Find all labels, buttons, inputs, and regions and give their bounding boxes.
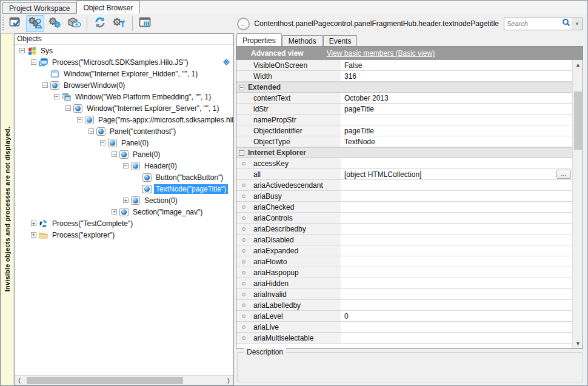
tree-item[interactable]: +Section("image_nav"): [15, 206, 233, 218]
property-row[interactable]: ariaActivedescendant: [236, 180, 572, 191]
left-panel: Invisible objects and processes are not …: [1, 14, 234, 385]
scrollbar-track[interactable]: [24, 376, 224, 385]
property-row[interactable]: ariaBusy: [236, 191, 572, 202]
property-row[interactable]: contentTextOctober 2013: [236, 93, 572, 104]
property-row[interactable]: idStrpageTitle: [236, 104, 572, 115]
tree-item[interactable]: TextNode("pageTitle"): [15, 183, 233, 195]
tree-item[interactable]: −BrowserWindow(0): [15, 79, 233, 91]
tree-item[interactable]: −Header(0): [15, 160, 233, 171]
search-box: ▼: [504, 18, 583, 30]
tab-events[interactable]: Events: [323, 35, 358, 46]
property-bullet-icon: [242, 325, 246, 329]
tree-item[interactable]: +Section(0): [15, 195, 233, 206]
tree-item[interactable]: −Panel(0): [15, 148, 233, 160]
collapse-icon[interactable]: −: [239, 150, 244, 156]
property-row[interactable]: ariaChecked: [236, 202, 572, 213]
window-check-button[interactable]: [7, 15, 25, 32]
collapse-icon[interactable]: −: [65, 105, 71, 111]
tree-item-label: Section("image_nav"): [131, 207, 204, 217]
collapse-icon[interactable]: −: [54, 94, 59, 99]
property-row[interactable]: ariaLabelledby: [236, 300, 572, 311]
tree-item[interactable]: −Window("Internet Explorer_Server", "", …: [15, 102, 233, 114]
filter-gear-button[interactable]: [110, 15, 129, 32]
tree-item[interactable]: Window("Internet Explorer_Hidden", "", 1…: [15, 68, 233, 79]
property-row[interactable]: ariaDescribedby: [236, 224, 572, 235]
property-row[interactable]: VisibleOnScreenFalse: [236, 60, 572, 71]
tree-item[interactable]: +Process("TestComplete"): [15, 218, 233, 229]
tree-item[interactable]: −Sys: [15, 45, 233, 56]
expand-icon[interactable]: +: [112, 209, 117, 215]
tree-item[interactable]: +Process("explorer"): [15, 229, 233, 241]
collapse-icon[interactable]: −: [239, 85, 244, 90]
property-row[interactable]: ariaLevel0: [236, 311, 572, 322]
back-arrow-icon: ←: [239, 19, 247, 28]
grid-vertical-scrollbar[interactable]: ▲ ▼: [572, 60, 583, 348]
property-bullet-icon: [242, 184, 246, 187]
property-row[interactable]: ariaControls: [236, 213, 572, 224]
ellipsis-button[interactable]: …: [556, 170, 571, 179]
property-row[interactable]: ariaLive: [236, 322, 572, 333]
search-options-dropdown[interactable]: ▼: [572, 18, 582, 30]
collapse-icon[interactable]: −: [42, 82, 48, 88]
refresh-button[interactable]: [91, 15, 109, 32]
property-group-row[interactable]: −Internet Explorer: [236, 147, 572, 158]
expand-icon[interactable]: +: [31, 221, 36, 226]
collapse-icon[interactable]: −: [123, 163, 129, 168]
scroll-up-icon[interactable]: ▲: [573, 60, 583, 70]
tree-item[interactable]: −Window("Web Platform Embedding", "", 1): [15, 91, 233, 102]
tree-item[interactable]: −Page("ms-appx://microsoft.sdksamples.hi…: [15, 114, 233, 125]
property-row[interactable]: ariaDisabled: [236, 235, 572, 245]
tree-horizontal-scrollbar[interactable]: 〈 〉: [15, 375, 233, 385]
scroll-right-icon[interactable]: 〉: [224, 376, 233, 385]
object-tree-panel: Objects −Sys−Process("Microsoft.SDKSampl…: [14, 33, 234, 385]
basic-view-link[interactable]: View basic members (Basic view): [327, 49, 435, 58]
collapse-icon[interactable]: −: [100, 140, 105, 145]
scrollbar-thumb[interactable]: [574, 92, 582, 150]
property-row[interactable]: ariaExpanded: [236, 245, 572, 256]
object-spy-button[interactable]: [26, 15, 44, 32]
property-row[interactable]: ariaFlowto: [236, 256, 572, 267]
tab-project-workspace[interactable]: Project Workspace: [2, 2, 76, 14]
collapse-icon[interactable]: −: [89, 128, 94, 134]
property-row[interactable]: ObjectTypeTextNode: [236, 136, 572, 147]
object-view-button[interactable]: [65, 15, 83, 32]
tree-item[interactable]: −Process("Microsoft.SDKSamples.Hilo.JS"): [15, 56, 233, 68]
notice-strip: Invisible objects and processes are not …: [1, 33, 13, 385]
property-row[interactable]: ariaMultiselectable: [236, 333, 572, 344]
property-bullet-icon: [242, 195, 246, 198]
expand-icon[interactable]: +: [123, 198, 129, 203]
toolbar-grip-handle[interactable]: [2, 17, 4, 30]
tree-item[interactable]: Button("backButton"): [15, 171, 233, 183]
gears-button[interactable]: [45, 15, 64, 32]
property-row[interactable]: ariaHidden: [236, 278, 572, 289]
tree-item[interactable]: −Panel("contenthost"): [15, 125, 233, 137]
property-name: ariaHaspopup: [236, 268, 299, 277]
property-group-row[interactable]: −Extended: [236, 82, 572, 93]
tab-object-browser[interactable]: Object Browser: [76, 1, 139, 14]
collapse-icon[interactable]: −: [19, 48, 25, 53]
property-row[interactable]: ariaHaspopup: [236, 267, 572, 278]
scroll-left-icon[interactable]: 〈: [15, 376, 24, 385]
property-row[interactable]: ObjectIdentifierpageTitle: [236, 125, 572, 136]
collapse-icon[interactable]: −: [77, 117, 82, 122]
search-icon[interactable]: [562, 18, 572, 29]
expand-icon[interactable]: +: [31, 232, 36, 238]
tree-item[interactable]: −Panel(0): [15, 137, 233, 148]
properties-box: Advanced view View basic members (Basic …: [236, 46, 583, 349]
toolbar-separator: [87, 16, 87, 31]
property-row[interactable]: accessKey: [236, 158, 572, 169]
property-row[interactable]: Width316: [236, 71, 572, 82]
property-row[interactable]: ariaInvalid: [236, 289, 572, 300]
tab-methods[interactable]: Methods: [282, 35, 322, 46]
scroll-down-icon[interactable]: ▼: [573, 339, 583, 348]
scrollbar-thumb[interactable]: [27, 377, 183, 384]
property-row[interactable]: all[object HTMLCollection]…: [236, 169, 572, 180]
search-input[interactable]: [504, 20, 562, 27]
property-row[interactable]: namePropStr: [236, 115, 572, 125]
panel-window-button[interactable]: [136, 15, 155, 32]
collapse-icon[interactable]: −: [112, 151, 117, 157]
tab-properties[interactable]: Properties: [236, 33, 282, 46]
collapse-icon[interactable]: −: [31, 59, 36, 65]
property-name: all: [236, 170, 261, 179]
back-button[interactable]: ←: [237, 18, 250, 30]
